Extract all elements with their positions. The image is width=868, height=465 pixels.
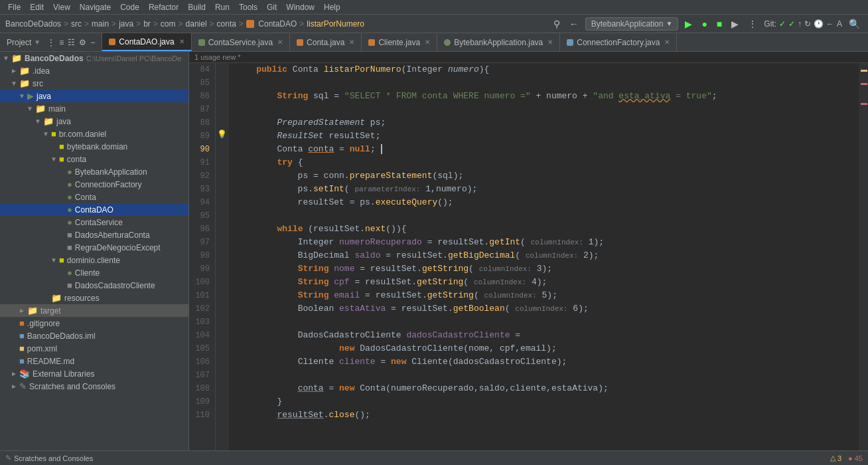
- tree-idea[interactable]: ► 📁 .idea: [0, 64, 188, 77]
- tab-connectionfactory[interactable]: ConnectionFactory.java ✕: [560, 33, 677, 51]
- profile-icon[interactable]: ▶: [729, 17, 741, 31]
- menu-edit[interactable]: Edit: [26, 1, 48, 13]
- code-usage-bar: 1 usage new *: [189, 52, 868, 63]
- line-numbers: 84 85 86 87 88 89 90 91 92 93 94 95 96 9…: [189, 63, 216, 450]
- warning-count[interactable]: △ 3: [830, 454, 841, 462]
- code-line-88: PreparedStatement ps;: [236, 116, 852, 130]
- tree-src[interactable]: ▼ 📁 src: [0, 77, 188, 90]
- code-line-106: Cliente cliente = new Cliente(dadosCadas…: [236, 355, 852, 369]
- code-line-85: [236, 76, 852, 90]
- tree-scratches[interactable]: ► ✎ Scratches and Consoles: [0, 380, 188, 393]
- error-marker-2: [861, 103, 867, 105]
- scratch-status-icon: ✎: [5, 454, 11, 462]
- code-line-91: try {: [236, 156, 852, 169]
- tree-dadosabertruaconta[interactable]: ► ■ DadosAberturaConta: [0, 229, 188, 241]
- main-content: ▼ 📁 BancoDeDados C:\Users\Daniel PC\Banc…: [0, 52, 868, 450]
- tab-icon-contadao: [109, 39, 115, 45]
- tree-ext-libs[interactable]: ► 📚 External Libraries: [0, 367, 188, 380]
- iml-icon: ■: [19, 331, 25, 341]
- tab-contaservice[interactable]: ContaService.java ✕: [192, 33, 290, 51]
- package-icon: ■: [59, 255, 64, 265]
- tree-main-java[interactable]: ▼ 📁 java: [0, 115, 188, 128]
- code-line-94: resultSet = ps.executeQuery();: [236, 196, 852, 209]
- run-icon[interactable]: ▶: [682, 17, 695, 31]
- back-icon[interactable]: ←: [567, 17, 581, 31]
- scratch-icon: ✎: [19, 381, 27, 391]
- debug-icon[interactable]: ●: [699, 17, 709, 31]
- code-line-96: while (resultSet.next()){: [236, 223, 852, 236]
- tree-contadao[interactable]: ► ● ContaDAO: [0, 203, 188, 216]
- file-tree: ▼ 📁 BancoDeDados C:\Users\Daniel PC\Banc…: [0, 52, 189, 450]
- class-icon: ●: [67, 205, 72, 215]
- tab-cliente[interactable]: Cliente.java ✕: [362, 33, 437, 51]
- usage-info: 1 usage new *: [194, 53, 241, 61]
- tree-target[interactable]: ► 📁 target: [0, 304, 188, 317]
- folder-icon: 📁: [19, 78, 30, 88]
- tree-regradenegocioexcept[interactable]: ► ■ RegraDeNegocioExcept: [0, 241, 188, 254]
- tree-root[interactable]: ▼ 📁 BancoDeDados C:\Users\Daniel PC\Banc…: [0, 52, 188, 64]
- tree-dadoscadastrocliente[interactable]: ► ■ DadosCadastroCliente: [0, 279, 188, 292]
- error-icon: ●: [848, 454, 853, 462]
- code-line-100: String cpf = resultSet.getString( column…: [236, 276, 852, 289]
- vcs-icon[interactable]: ⚲: [551, 17, 563, 31]
- code-line-86: String sql = "SELECT * FROM conta WHERE …: [236, 90, 852, 103]
- error-number: 45: [855, 454, 863, 462]
- tree-iml[interactable]: ► ■ BancoDeDados.iml: [0, 329, 188, 342]
- menu-tools[interactable]: Tools: [235, 1, 261, 13]
- tree-readme[interactable]: ► ■ README.md: [0, 355, 188, 367]
- project-panel-tab[interactable]: Project ▼ ⋮ ≡ ☷ ⚙ −: [0, 33, 102, 51]
- bulb-icon[interactable]: 💡: [217, 130, 227, 140]
- code-line-95: [236, 209, 852, 223]
- menu-git[interactable]: Git: [263, 1, 281, 13]
- folder-icon: 📁: [51, 293, 62, 303]
- menu-build[interactable]: Build: [184, 1, 210, 13]
- tree-bytebank-domain[interactable]: ► ■ bytebank.domian: [0, 140, 188, 153]
- menu-window[interactable]: Window: [282, 1, 319, 13]
- git-section: Git: ✓ ✓ ↑ ↻ 🕐 ← A: [764, 19, 842, 29]
- tree-java-src[interactable]: ▼ ▶ java: [0, 90, 188, 102]
- code-line-90: Conta conta = null;: [236, 143, 852, 156]
- class-icon: ■: [67, 280, 72, 290]
- menu-navigate[interactable]: Navigate: [76, 1, 115, 13]
- run-config[interactable]: BytebankApplication ▼: [585, 17, 679, 31]
- tree-domincliente[interactable]: ▼ ■ dominio.cliente: [0, 254, 188, 266]
- tab-bytebankapp[interactable]: BytebankApplication.java ✕: [437, 33, 560, 51]
- tree-contaservice[interactable]: ► ● ContaService: [0, 216, 188, 229]
- menu-view[interactable]: View: [49, 1, 74, 13]
- code-line-97: Integer numeroRecuperado = resultSet.get…: [236, 236, 852, 249]
- tree-connectionfactory[interactable]: ► ● ConnectionFactory: [0, 178, 188, 191]
- tab-conta[interactable]: Conta.java ✕: [290, 33, 362, 51]
- tree-pom[interactable]: ► ■ pom.xml: [0, 342, 188, 355]
- tree-gitignore[interactable]: ► ■ .gitignore: [0, 317, 188, 329]
- tree-conta[interactable]: ► ● Conta: [0, 191, 188, 203]
- tab-contadao[interactable]: ContaDAO.java ✕: [102, 33, 191, 51]
- search-icon[interactable]: 🔍: [846, 17, 863, 31]
- code-content[interactable]: public Conta listarPorNumero(Integer num…: [229, 63, 859, 450]
- class-icon: ●: [67, 179, 72, 189]
- coverage-icon[interactable]: ■: [714, 17, 725, 31]
- menu-run[interactable]: Run: [211, 1, 234, 13]
- warning-marker: [861, 70, 867, 72]
- more-icon[interactable]: ⋮: [745, 17, 760, 31]
- java-src-icon: ▶: [27, 91, 34, 101]
- code-line-98: BigDecimal saldo = resultSet.getBigDecim…: [236, 249, 852, 262]
- tree-package-conta[interactable]: ▼ ■ conta: [0, 153, 188, 165]
- menu-help[interactable]: Help: [320, 1, 344, 13]
- folder-icon: 📁: [19, 66, 30, 76]
- menu-file[interactable]: File: [4, 1, 25, 13]
- status-bar: ✎ Scratches and Consoles △ 3 ● 45: [0, 450, 868, 465]
- tree-resources[interactable]: ► 📁 resources: [0, 292, 188, 304]
- tree-cliente[interactable]: ► ● Cliente: [0, 266, 188, 279]
- tabs-bar: Project ▼ ⋮ ≡ ☷ ⚙ − ContaDAO.java ✕ Cont…: [0, 33, 868, 52]
- tree-package-brcomdaniel[interactable]: ▼ ■ br.com.daniel: [0, 128, 188, 140]
- breadcrumb: BancoDeDados > src > main > java > br > …: [5, 19, 364, 29]
- tree-main[interactable]: ▼ 📁 main: [0, 102, 188, 115]
- error-count[interactable]: ● 45: [848, 454, 863, 462]
- tab-icon-bytebankapp: [444, 39, 451, 46]
- menu-code[interactable]: Code: [116, 1, 143, 13]
- scratches-consoles-link[interactable]: ✎ Scratches and Consoles: [5, 454, 93, 462]
- tree-bytebankapp[interactable]: ► ● BytebankApplication: [0, 165, 188, 178]
- menu-refactor[interactable]: Refactor: [145, 1, 182, 13]
- code-line-92: ps = conn.prepareStatement(sql);: [236, 169, 852, 183]
- code-line-84: public Conta listarPorNumero(Integer num…: [236, 63, 852, 76]
